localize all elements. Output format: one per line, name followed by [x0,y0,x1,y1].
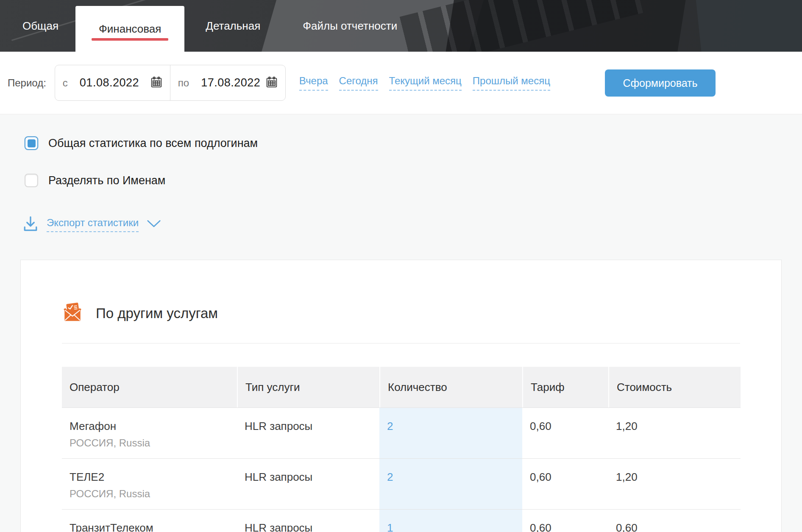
quick-link-last-month[interactable]: Прошлый месяц [473,75,550,91]
export-statistics-link[interactable]: Экспорт статистики [47,217,139,232]
quick-link-today[interactable]: Сегодня [339,75,378,91]
quantity-link[interactable]: 2 [387,420,393,432]
cell-tariff: 0,60 [522,510,608,532]
cell-service-type: HLR запросы [237,459,379,509]
card-divider [62,343,740,344]
tab-general[interactable]: Общая [6,0,75,52]
operator-country: РОССИЯ, Russia [70,488,237,500]
quantity-link[interactable]: 2 [387,471,393,483]
tab-report-files[interactable]: Файлы отчетности [281,0,418,52]
quick-link-yesterday[interactable]: Вчера [299,75,328,91]
period-label: Период: [8,77,46,89]
column-header-tariff: Тариф [522,367,608,407]
date-from-field[interactable]: с 01.08.2022 [55,65,170,100]
cell-operator: Мегафон РОССИЯ, Russia [62,408,237,458]
calendar-icon[interactable] [265,75,278,91]
cell-cost: 1,20 [608,459,741,509]
envelope-icon [62,302,83,325]
column-header-cost: Стоимость [608,367,741,407]
report-options: Общая статистика по всем подлогинам Разд… [25,136,802,187]
cell-quantity: 1 [379,510,522,532]
export-statistics-row: Экспорт статистики [21,214,802,235]
table-header-row: Оператор Тип услуги Количество Тариф Сто… [62,367,741,407]
operator-name: ТЕЛЕ2 [70,471,237,484]
card-header: По другим услугам [62,260,740,325]
option-total-statistics[interactable]: Общая статистика по всем подлогинам [25,136,802,150]
operator-country: РОССИЯ, Russia [70,437,237,449]
services-table: Оператор Тип услуги Количество Тариф Сто… [62,367,741,532]
tab-financial[interactable]: Финансовая [75,6,184,52]
table-row: ТЕЛЕ2 РОССИЯ, Russia HLR запросы 2 0,60 … [62,458,741,509]
chevron-down-icon[interactable] [146,219,162,230]
download-icon[interactable] [21,214,40,235]
card-title: По другим услугам [96,305,218,321]
tab-detailed[interactable]: Детальная [184,0,281,52]
cell-tariff: 0,60 [522,459,608,509]
table-row: ТранзитТелеком HLR запросы 1 0,60 0,60 [62,509,741,532]
cell-service-type: HLR запросы [237,510,379,532]
cell-quantity: 2 [379,408,522,458]
quick-link-current-month[interactable]: Текущий месяц [389,75,462,91]
date-to-value[interactable]: 17.08.2022 [201,76,260,89]
column-header-service-type: Тип услуги [237,367,379,407]
option-label: Разделять по Именам [48,174,165,187]
checkbox-unchecked-icon[interactable] [25,174,38,187]
cell-operator: ТранзитТелеком [62,510,237,532]
generate-report-button[interactable]: Сформировать [605,69,716,97]
date-range-picker: с 01.08.2022 по 17.08.2022 [55,65,286,101]
cell-cost: 1,20 [608,408,741,458]
other-services-card: По другим услугам Оператор Тип услуги Ко… [20,260,782,532]
header-photo-banner: Общая Финансовая Детальная Файлы отчетно… [0,0,802,52]
option-split-by-names[interactable]: Разделять по Именам [25,174,802,187]
operator-name: ТранзитТелеком [70,521,237,532]
quick-period-links: Вчера Сегодня Текущий месяц Прошлый меся… [299,75,550,91]
date-from-prefix: с [63,77,68,89]
report-tabs: Общая Финансовая Детальная Файлы отчетно… [0,0,802,52]
operator-name: Мегафон [70,420,237,433]
calendar-icon[interactable] [150,75,163,91]
quantity-link[interactable]: 1 [387,521,393,532]
checkbox-checked-icon[interactable] [25,136,38,150]
table-row: Мегафон РОССИЯ, Russia HLR запросы 2 0,6… [62,407,741,458]
option-label: Общая статистика по всем подлогинам [48,137,258,150]
cell-quantity: 2 [379,459,522,509]
cell-tariff: 0,60 [522,408,608,458]
cell-service-type: HLR запросы [237,408,379,458]
date-to-field[interactable]: по 17.08.2022 [170,65,285,100]
date-to-prefix: по [178,77,189,89]
date-from-value[interactable]: 01.08.2022 [80,76,139,89]
cell-cost: 0,60 [608,510,741,532]
column-header-quantity: Количество [379,367,522,407]
column-header-operator: Оператор [62,367,237,407]
period-toolbar: Период: с 01.08.2022 по 17.08.2022 [0,52,802,114]
cell-operator: ТЕЛЕ2 РОССИЯ, Russia [62,459,237,509]
